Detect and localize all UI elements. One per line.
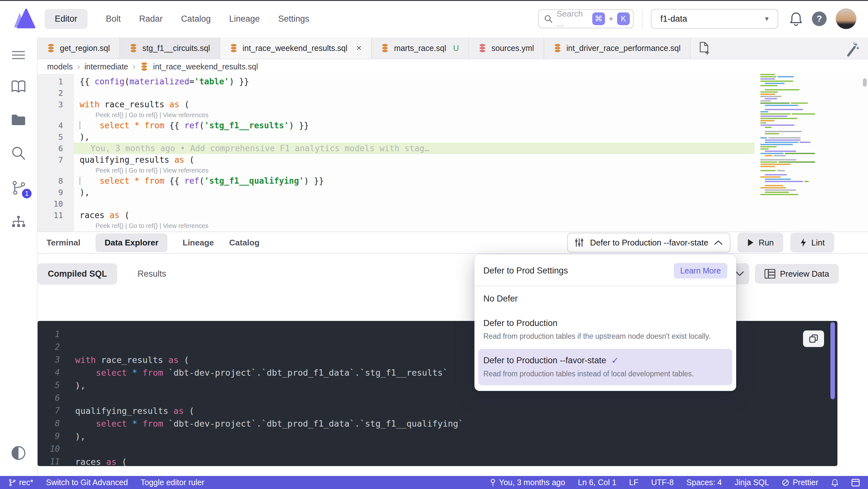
defer-settings-dropdown-button[interactable]: Defer to Production --favor-state bbox=[567, 233, 731, 252]
sidebar-git-button[interactable]: 1 bbox=[11, 180, 26, 195]
nav-item-editor[interactable]: Editor bbox=[44, 9, 88, 29]
breadcrumb-models[interactable]: models bbox=[47, 62, 73, 71]
preview-data-button[interactable]: Preview Data bbox=[755, 264, 839, 284]
chevron-up-icon bbox=[714, 240, 723, 245]
tab-catalog[interactable]: Catalog bbox=[229, 238, 259, 248]
code-line: 6You, 3 months ago • Add comprehensive F… bbox=[38, 143, 868, 154]
theme-toggle-button[interactable] bbox=[11, 446, 26, 461]
project-selector[interactable]: f1-data ▼ bbox=[651, 9, 778, 29]
new-file-button[interactable] bbox=[691, 37, 717, 59]
sidebar-menu-button[interactable] bbox=[11, 50, 26, 60]
file-tab-sources.yml[interactable]: sources.yml bbox=[469, 37, 544, 59]
project-name: f1-data bbox=[660, 14, 687, 24]
sidebar-search-button[interactable] bbox=[11, 146, 26, 160]
breadcrumb: models › intermediate › int_race_weekend… bbox=[38, 59, 868, 74]
git-changes-badge: 1 bbox=[21, 188, 32, 199]
tab-terminal[interactable]: Terminal bbox=[46, 238, 80, 248]
eol-indicator[interactable]: LF bbox=[629, 478, 639, 487]
menu-item-defer-favor-state[interactable]: Defer to Production --favor-state ✓ Read… bbox=[478, 349, 732, 385]
code-line: 4 select * from {{ ref('stg_f1__results'… bbox=[38, 120, 868, 131]
encoding-indicator[interactable]: UTF-8 bbox=[651, 478, 674, 487]
compiled-panel-scrollbar[interactable] bbox=[830, 322, 835, 399]
sidebar-files-button[interactable] bbox=[11, 113, 26, 126]
tab-data-explorer[interactable]: Data Explorer bbox=[95, 233, 167, 252]
plus-separator: + bbox=[609, 14, 613, 23]
bottom-panel-header: Terminal Data Explorer Lineage Catalog D… bbox=[38, 232, 868, 254]
file-tab-marts_race.sql[interactable]: marts_race.sqlU bbox=[372, 37, 469, 59]
tab-results[interactable]: Results bbox=[137, 269, 166, 279]
status-bar: rec* Switch to Git Advanced Toggle edito… bbox=[0, 476, 868, 489]
indentation-indicator[interactable]: Spaces: 4 bbox=[686, 478, 722, 487]
nav-item-radar[interactable]: Radar bbox=[139, 14, 163, 24]
code-lens[interactable]: Peek ref{} | Go to ref{} | View referenc… bbox=[74, 167, 868, 174]
editor-scrollbar[interactable] bbox=[863, 78, 867, 87]
top-nav: Editor Bolt Radar Catalog Lineage Settin… bbox=[0, 0, 868, 37]
code-line: 8 select * from {{ ref('stg_f1__qualifyi… bbox=[38, 175, 868, 187]
file-tab-stg_f1__circuits.sql[interactable]: stg_f1__circuits.sql bbox=[120, 37, 220, 59]
chevron-right-icon: › bbox=[133, 62, 135, 71]
code-lens[interactable]: Peek ref{} | Go to ref{} | View referenc… bbox=[74, 222, 868, 230]
nav-item-catalog[interactable]: Catalog bbox=[181, 14, 211, 24]
search-icon bbox=[544, 14, 553, 23]
close-tab-icon[interactable]: × bbox=[356, 43, 362, 53]
help-button[interactable]: ? bbox=[812, 11, 827, 26]
results-toolbar: Compiled SQL Results Preview Data bbox=[38, 261, 868, 286]
file-tab-int_race_weekend_results.sql[interactable]: int_race_weekend_results.sql× bbox=[220, 37, 372, 59]
file-tab-label: sources.yml bbox=[491, 43, 534, 53]
git-branch-icon bbox=[8, 479, 16, 487]
formatter-indicator[interactable]: Prettier bbox=[782, 478, 818, 487]
code-line: 10 bbox=[38, 198, 868, 210]
nav-item-bolt[interactable]: Bolt bbox=[106, 14, 121, 24]
blame-status[interactable]: You, 3 months ago bbox=[490, 478, 565, 487]
panel-layout-icon[interactable] bbox=[851, 479, 860, 486]
menu-item-defer-to-production[interactable]: Defer to Production Read from production… bbox=[474, 311, 736, 344]
formatter-name: Prettier bbox=[793, 478, 818, 487]
code-line: 2 bbox=[38, 87, 868, 99]
file-tab-int_driver_race_performance.sql[interactable]: int_driver_race_performance.sql bbox=[544, 37, 691, 59]
code-editor[interactable]: 1{{ config(materialized='table') }}23wit… bbox=[38, 74, 868, 232]
tab-lineage[interactable]: Lineage bbox=[183, 238, 214, 248]
editor-minimap[interactable] bbox=[761, 74, 815, 182]
k-key-badge: K bbox=[617, 12, 630, 25]
git-branch-status[interactable]: rec* bbox=[8, 478, 33, 487]
nav-item-settings[interactable]: Settings bbox=[278, 14, 310, 24]
cursor-position[interactable]: Ln 6, Col 1 bbox=[578, 478, 616, 487]
user-avatar[interactable] bbox=[836, 8, 857, 29]
tab-compiled-sql[interactable]: Compiled SQL bbox=[38, 263, 117, 285]
defer-menu-title: Defer to Prod Settings bbox=[483, 266, 568, 276]
notifications-bell-icon[interactable] bbox=[831, 478, 839, 487]
copy-icon bbox=[809, 334, 818, 343]
blame-text: You, 3 months ago bbox=[499, 478, 565, 487]
breadcrumb-intermediate[interactable]: intermediate bbox=[84, 62, 128, 71]
database-icon bbox=[130, 43, 137, 53]
file-tab-label: get_region.sql bbox=[60, 43, 110, 53]
option-description: Read from production tables instead of l… bbox=[483, 370, 726, 378]
lint-button[interactable]: Lint bbox=[790, 233, 834, 252]
sidebar-lineage-button[interactable] bbox=[11, 215, 26, 228]
app-root: Editor Bolt Radar Catalog Lineage Settin… bbox=[0, 0, 868, 489]
file-tab-get_region.sql[interactable]: get_region.sql bbox=[38, 37, 120, 59]
app-logo-icon[interactable] bbox=[11, 8, 36, 29]
language-indicator[interactable]: Jinja SQL bbox=[735, 478, 769, 487]
notifications-bell-icon[interactable] bbox=[789, 11, 803, 26]
nav-item-lineage[interactable]: Lineage bbox=[229, 14, 260, 24]
learn-more-button[interactable]: Learn More bbox=[674, 263, 727, 279]
sidebar-docs-button[interactable] bbox=[11, 80, 26, 94]
sitemap-icon bbox=[11, 215, 26, 228]
git-blame-line: You, 3 months ago • Add comprehensive F1… bbox=[74, 143, 755, 154]
code-line: 7qualifying_results as ( bbox=[38, 154, 868, 165]
search-placeholder: Search ... bbox=[557, 9, 588, 29]
chevron-right-icon: › bbox=[78, 62, 80, 71]
hamburger-menu-icon bbox=[11, 50, 26, 60]
run-button[interactable]: Run bbox=[738, 233, 783, 252]
code-line: 5), bbox=[38, 131, 868, 143]
nav-divider bbox=[642, 10, 643, 28]
search-input[interactable]: Search ... ⌘ + K bbox=[538, 9, 633, 28]
toggle-ruler-button[interactable]: Toggle editor ruler bbox=[141, 478, 205, 487]
ai-assist-button[interactable] bbox=[844, 42, 860, 57]
menu-item-no-defer[interactable]: No Defer bbox=[474, 286, 736, 311]
copy-button[interactable] bbox=[803, 331, 824, 347]
switch-git-mode-button[interactable]: Switch to Git Advanced bbox=[46, 478, 128, 487]
code-lens[interactable]: Peek ref{} | Go to ref{} | View referenc… bbox=[74, 112, 868, 119]
window-top-edge bbox=[0, 0, 868, 1]
